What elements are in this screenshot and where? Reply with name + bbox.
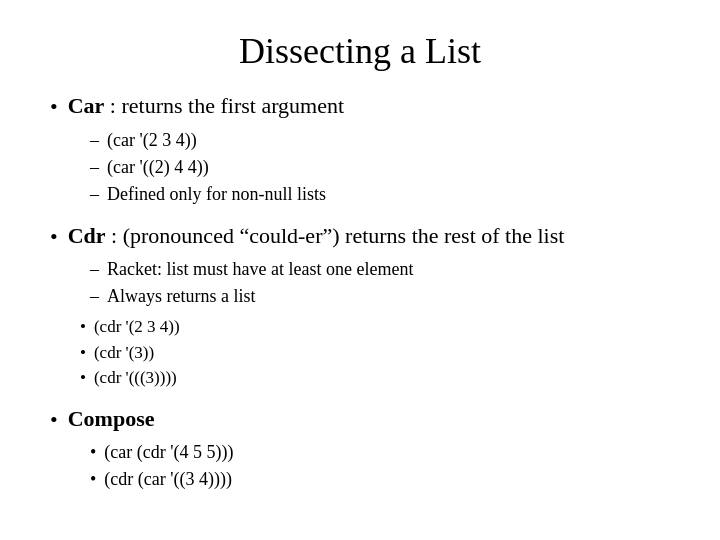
cdr-separator: :	[106, 223, 123, 248]
compose-sub-bullet-1: •	[90, 439, 96, 466]
compose-sub-bullet-2: •	[90, 466, 96, 493]
car-bullet-main: • Car : returns the first argument	[50, 92, 670, 121]
cdr-sub-sub-item-2: • (cdr '(3))	[80, 340, 670, 366]
car-sub-text-1: (car '(2 3 4))	[107, 127, 197, 154]
cdr-sub-list: – Racket: list must have at least one el…	[90, 256, 670, 310]
car-dash-2: –	[90, 154, 99, 181]
cdr-section: • Cdr : (pronounced “could-er”) returns …	[50, 222, 670, 395]
car-label: Car	[68, 93, 105, 118]
cdr-dash-1: –	[90, 256, 99, 283]
cdr-sub-sub-text-2: (cdr '(3))	[94, 340, 154, 366]
car-sub-item-1: – (car '(2 3 4))	[90, 127, 670, 154]
car-dash-1: –	[90, 127, 99, 154]
car-sub-item-3: – Defined only for non-null lists	[90, 181, 670, 208]
compose-bullet-dot: •	[50, 407, 58, 433]
car-sub-item-2: – (car '((2) 4 4))	[90, 154, 670, 181]
compose-sub-item-1: • (car (cdr '(4 5 5)))	[90, 439, 670, 466]
slide-title: Dissecting a List	[50, 30, 670, 72]
compose-bullet-text: Compose	[68, 405, 155, 434]
cdr-dash-2: –	[90, 283, 99, 310]
cdr-sub-item-1: – Racket: list must have at least one el…	[90, 256, 670, 283]
compose-label: Compose	[68, 406, 155, 431]
cdr-sub-bullet-3: •	[80, 365, 86, 391]
slide: Dissecting a List • Car : returns the fi…	[0, 0, 720, 540]
car-bullet-text: Car : returns the first argument	[68, 92, 344, 121]
car-section: • Car : returns the first argument – (ca…	[50, 92, 670, 212]
cdr-label: Cdr	[68, 223, 106, 248]
compose-sub-text-1: (car (cdr '(4 5 5)))	[104, 439, 233, 466]
compose-sub-text-2: (cdr (car '((3 4))))	[104, 466, 232, 493]
cdr-sub-text-2: Always returns a list	[107, 283, 255, 310]
cdr-sub-sub-item-1: • (cdr '(2 3 4))	[80, 314, 670, 340]
cdr-sub-item-2: – Always returns a list	[90, 283, 670, 310]
car-separator: :	[104, 93, 121, 118]
cdr-sub-sub-text-1: (cdr '(2 3 4))	[94, 314, 180, 340]
cdr-bullet-text: Cdr : (pronounced “could-er”) returns th…	[68, 222, 565, 251]
cdr-sub-text-1: Racket: list must have at least one elem…	[107, 256, 413, 283]
compose-section: • Compose • (car (cdr '(4 5 5))) • (cdr …	[50, 405, 670, 494]
car-dash-3: –	[90, 181, 99, 208]
cdr-sub-sub-list: • (cdr '(2 3 4)) • (cdr '(3)) • (cdr '((…	[80, 314, 670, 391]
car-sub-text-3: Defined only for non-null lists	[107, 181, 326, 208]
cdr-description: (pronounced “could-er”) returns the rest…	[123, 223, 565, 248]
compose-sub-list: • (car (cdr '(4 5 5))) • (cdr (car '((3 …	[90, 439, 670, 493]
car-sub-list: – (car '(2 3 4)) – (car '((2) 4 4)) – De…	[90, 127, 670, 208]
compose-bullet-main: • Compose	[50, 405, 670, 434]
compose-sub-item-2: • (cdr (car '((3 4))))	[90, 466, 670, 493]
cdr-sub-bullet-1: •	[80, 314, 86, 340]
car-sub-text-2: (car '((2) 4 4))	[107, 154, 209, 181]
cdr-sub-bullet-2: •	[80, 340, 86, 366]
cdr-sub-sub-item-3: • (cdr '(((3))))	[80, 365, 670, 391]
cdr-sub-sub-text-3: (cdr '(((3))))	[94, 365, 177, 391]
car-bullet-dot: •	[50, 94, 58, 120]
cdr-bullet-main: • Cdr : (pronounced “could-er”) returns …	[50, 222, 670, 251]
cdr-bullet-dot: •	[50, 224, 58, 250]
car-description: returns the first argument	[121, 93, 344, 118]
